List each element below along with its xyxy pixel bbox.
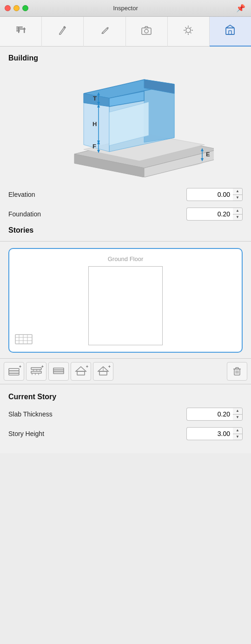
camera-icon <box>140 24 153 40</box>
svg-rect-67 <box>53 372 64 374</box>
add-slab-button[interactable]: + <box>4 362 24 381</box>
minimize-button[interactable] <box>13 5 20 11</box>
building-svg: T H F E <box>37 70 214 177</box>
foundation-stepper: ▲ ▼ <box>233 208 243 221</box>
story-height-input-group: ▲ ▼ <box>186 427 243 440</box>
svg-rect-1 <box>16 27 23 28</box>
floor-walls-icon <box>15 334 33 347</box>
building-section: Building <box>8 54 243 235</box>
story-height-increment[interactable]: ▲ <box>233 428 242 434</box>
slab-thickness-input-group: ▲ ▼ <box>186 408 243 421</box>
foundation-increment[interactable]: ▲ <box>233 208 242 215</box>
slab-thickness-decrement[interactable]: ▼ <box>233 415 242 421</box>
add-roof-plus: + <box>86 364 88 369</box>
building-icon <box>224 23 237 39</box>
window-controls[interactable] <box>5 5 28 11</box>
svg-text:F: F <box>92 143 96 150</box>
svg-line-16 <box>185 32 186 33</box>
remove-slab-button[interactable] <box>48 362 69 381</box>
svg-rect-61 <box>31 371 41 373</box>
sun-icon <box>182 24 195 40</box>
elevation-row: Elevation ▲ ▼ <box>8 187 243 202</box>
add-slab-plus: + <box>19 364 21 369</box>
svg-line-13 <box>185 27 186 28</box>
divider-1 <box>0 241 251 242</box>
add-wall-plus: + <box>41 364 44 369</box>
floor-plan-box <box>88 266 163 345</box>
svg-rect-48 <box>15 335 32 344</box>
svg-text:T: T <box>93 95 97 102</box>
svg-line-14 <box>191 32 192 33</box>
story-action-toolbar: + + <box>0 358 251 384</box>
story-height-input[interactable] <box>186 427 233 440</box>
elevation-increment[interactable]: ▲ <box>233 188 242 195</box>
trash-icon <box>232 366 242 377</box>
tools-icon <box>14 24 27 40</box>
elevation-decrement[interactable]: ▼ <box>233 195 242 201</box>
svg-point-7 <box>145 29 148 33</box>
story-height-row: Story Height ▲ ▼ <box>8 426 243 441</box>
building-tab[interactable] <box>210 17 251 47</box>
main-content: Building <box>0 47 251 453</box>
elevation-label: Elevation <box>8 191 35 198</box>
remove-slab-icon <box>53 366 65 377</box>
add-slab-icon <box>8 366 20 377</box>
foundation-label: Foundation <box>8 210 41 218</box>
main-toolbar <box>0 17 251 47</box>
titlebar: Inspector 📌 <box>0 0 251 17</box>
svg-rect-4 <box>24 27 25 33</box>
foundation-row: Foundation ▲ ▼ <box>8 207 243 221</box>
add-wall-button[interactable]: + <box>26 362 46 381</box>
delete-story-button[interactable] <box>227 362 247 381</box>
tools-tab[interactable] <box>0 17 42 47</box>
story-height-label: Story Height <box>8 430 44 437</box>
svg-text:H: H <box>92 121 97 127</box>
slab-thickness-stepper: ▲ ▼ <box>233 408 243 421</box>
svg-rect-18 <box>229 31 231 34</box>
svg-rect-72 <box>99 371 107 375</box>
slab-thickness-row: Slab Thickness ▲ ▼ <box>8 407 243 422</box>
elevation-input[interactable] <box>186 188 233 201</box>
style-tab[interactable] <box>42 17 84 47</box>
slab-thickness-label: Slab Thickness <box>8 410 53 418</box>
stories-card[interactable]: Ground Floor <box>8 248 243 353</box>
slab-thickness-increment[interactable]: ▲ <box>233 408 242 415</box>
add-roof2-button[interactable]: + <box>93 362 113 381</box>
add-roof-icon <box>75 366 87 377</box>
sun-tab[interactable] <box>168 17 210 47</box>
svg-rect-69 <box>77 371 85 375</box>
elevation-stepper: ▲ ▼ <box>233 188 243 201</box>
svg-rect-56 <box>9 373 19 375</box>
svg-marker-68 <box>76 367 86 371</box>
maximize-button[interactable] <box>22 5 28 11</box>
current-story-title: Current Story <box>8 393 243 401</box>
building-title: Building <box>8 54 243 62</box>
add-roof2-plus: + <box>108 364 111 369</box>
camera-tab[interactable] <box>126 17 168 47</box>
pin-icon[interactable]: 📌 <box>236 4 245 13</box>
add-roof-button[interactable]: + <box>71 362 91 381</box>
foundation-decrement[interactable]: ▼ <box>233 215 242 221</box>
svg-line-15 <box>191 27 192 28</box>
svg-rect-6 <box>142 28 151 34</box>
slab-thickness-input[interactable] <box>186 408 233 421</box>
building-diagram: T H F E <box>8 68 243 180</box>
foundation-input[interactable] <box>186 208 233 221</box>
elevation-input-group: ▲ ▼ <box>186 188 243 201</box>
svg-text:E: E <box>206 151 210 158</box>
ground-floor-label: Ground Floor <box>15 255 236 262</box>
brush-icon <box>56 24 69 40</box>
story-height-stepper: ▲ ▼ <box>233 427 243 440</box>
stories-title: Stories <box>8 226 243 235</box>
svg-rect-17 <box>226 28 234 34</box>
close-button[interactable] <box>5 5 11 11</box>
svg-rect-3 <box>18 27 20 33</box>
titlebar-title: Inspector <box>113 5 138 12</box>
add-wall-icon <box>30 366 42 377</box>
foundation-input-group: ▲ ▼ <box>186 208 243 221</box>
add-roof2-icon <box>97 366 109 377</box>
current-story-section: Current Story Slab Thickness ▲ ▼ Story H… <box>8 391 243 441</box>
story-height-decrement[interactable]: ▼ <box>233 434 242 440</box>
svg-point-8 <box>186 28 191 33</box>
draw-tab[interactable] <box>84 17 126 47</box>
